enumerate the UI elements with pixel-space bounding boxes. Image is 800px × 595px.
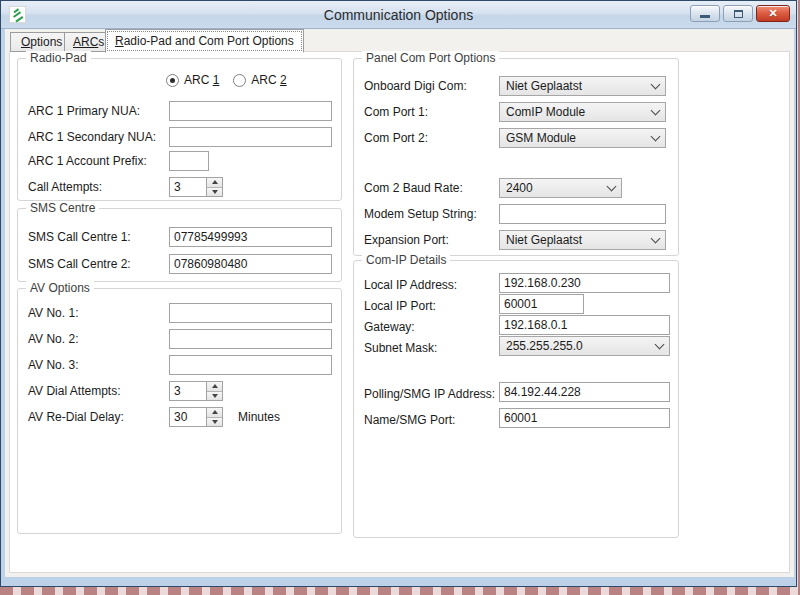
chevron-down-icon xyxy=(651,79,661,89)
arrow-up-icon xyxy=(212,180,218,184)
arc-selector: ARC 1 ARC 2 xyxy=(166,73,287,87)
polling-smg-ip-address-input[interactable] xyxy=(499,382,670,402)
arrow-down-icon xyxy=(212,394,218,398)
arc1-account-prefix-input[interactable] xyxy=(169,151,209,171)
group-av-options: AV Options AV No. 1: AV No. 2: AV No. 3:… xyxy=(17,288,342,534)
maximize-button[interactable] xyxy=(723,5,753,22)
expansion-port-dropdown[interactable]: Niet Geplaatst xyxy=(499,230,666,250)
gateway-input[interactable] xyxy=(499,315,670,335)
expansion-port-label: Expansion Port: xyxy=(364,232,449,248)
arc1-secondary-nua-input[interactable] xyxy=(169,127,332,147)
spin-down-button[interactable] xyxy=(207,187,222,197)
local-ip-address-label: Local IP Address: xyxy=(364,277,457,293)
arrow-up-icon xyxy=(212,410,218,414)
spin-up-button[interactable] xyxy=(207,408,222,417)
close-icon: ✕ xyxy=(768,8,777,19)
call-attempts-stepper xyxy=(169,177,223,197)
av-no-1-input[interactable] xyxy=(169,303,332,323)
spin-up-button[interactable] xyxy=(207,178,222,187)
minimize-button[interactable] xyxy=(690,5,720,22)
group-sms-centre: SMS Centre SMS Call Centre 1: SMS Call C… xyxy=(17,208,342,282)
group-title: AV Options xyxy=(26,281,94,295)
call-attempts-label: Call Attempts: xyxy=(28,179,102,195)
chevron-down-icon xyxy=(655,339,665,349)
arc1-account-prefix-label: ARC 1 Account Prefix: xyxy=(28,153,147,169)
radio-button-icon xyxy=(233,74,246,87)
local-ip-port-input[interactable] xyxy=(499,294,584,314)
arc1-primary-nua-label: ARC 1 Primary NUA: xyxy=(28,103,140,119)
window-title: Communication Options xyxy=(1,7,796,23)
polling-smg-ip-address-label: Polling/SMG IP Address: xyxy=(364,386,495,402)
group-panel-com-port-options: Panel Com Port Options Onboard Digi Com:… xyxy=(353,58,679,256)
sms-call-centre-2-label: SMS Call Centre 2: xyxy=(28,256,131,272)
arc1-secondary-nua-label: ARC 1 Secondary NUA: xyxy=(28,129,156,145)
radio-arc-2[interactable]: ARC 2 xyxy=(233,73,286,87)
name-smg-port-label: Name/SMG Port: xyxy=(364,412,455,428)
com-port-2-dropdown[interactable]: GSM Module xyxy=(499,128,666,148)
radio-arc-1[interactable]: ARC 1 xyxy=(166,73,219,87)
av-redial-delay-stepper xyxy=(169,407,223,427)
av-redial-delay-label: AV Re-Dial Delay: xyxy=(28,409,124,425)
window-controls: ✕ xyxy=(690,5,790,22)
av-no-1-label: AV No. 1: xyxy=(28,305,78,321)
com-port-2-label: Com Port 2: xyxy=(364,130,428,146)
onboard-digi-com-label: Onboard Digi Com: xyxy=(364,78,467,94)
group-title: Panel Com Port Options xyxy=(362,51,499,65)
local-ip-port-label: Local IP Port: xyxy=(364,298,436,314)
chevron-down-icon xyxy=(607,181,617,191)
av-no-2-input[interactable] xyxy=(169,329,332,349)
titlebar[interactable]: Communication Options ✕ xyxy=(1,1,796,29)
subnet-mask-dropdown[interactable]: 255.255.255.0 xyxy=(499,336,670,356)
group-title: SMS Centre xyxy=(26,201,99,215)
arc1-primary-nua-input[interactable] xyxy=(169,101,332,121)
group-com-ip-details: Com-IP Details Local IP Address: Local I… xyxy=(353,260,679,538)
group-radio-pad: Radio-Pad ARC 1 ARC 2 ARC 1 Primary NUA:… xyxy=(17,58,342,201)
radio-button-icon xyxy=(166,74,179,87)
subnet-mask-label: Subnet Mask: xyxy=(364,340,437,356)
close-button[interactable]: ✕ xyxy=(756,5,790,22)
gateway-label: Gateway: xyxy=(364,319,415,335)
chevron-down-icon xyxy=(651,233,661,243)
spin-down-button[interactable] xyxy=(207,417,222,427)
communication-options-window: Communication Options ✕ Options ARCs Rad… xyxy=(0,0,797,587)
av-no-2-label: AV No. 2: xyxy=(28,331,78,347)
av-dial-attempts-stepper xyxy=(169,381,223,401)
spin-up-button[interactable] xyxy=(207,382,222,391)
modem-setup-string-input[interactable] xyxy=(499,204,666,224)
group-title: Radio-Pad xyxy=(26,51,91,65)
com-2-baud-rate-dropdown[interactable]: 2400 xyxy=(499,178,622,198)
minimize-icon xyxy=(700,15,710,18)
sms-call-centre-1-input[interactable] xyxy=(169,227,332,247)
onboard-digi-com-dropdown[interactable]: Niet Geplaatst xyxy=(499,76,666,96)
com-port-1-dropdown[interactable]: ComIP Module xyxy=(499,102,666,122)
av-no-3-label: AV No. 3: xyxy=(28,357,78,373)
av-dial-attempts-input[interactable] xyxy=(169,381,206,401)
name-smg-port-input[interactable] xyxy=(499,408,670,428)
sms-call-centre-2-input[interactable] xyxy=(169,254,332,274)
av-no-3-input[interactable] xyxy=(169,355,332,375)
chevron-down-icon xyxy=(651,131,661,141)
call-attempts-input[interactable] xyxy=(169,177,206,197)
arrow-down-icon xyxy=(212,420,218,424)
arrow-down-icon xyxy=(212,190,218,194)
maximize-icon xyxy=(734,10,743,18)
modem-setup-string-label: Modem Setup String: xyxy=(364,206,477,222)
group-title: Com-IP Details xyxy=(362,253,450,267)
chevron-down-icon xyxy=(651,105,661,115)
arrow-up-icon xyxy=(212,384,218,388)
av-redial-delay-input[interactable] xyxy=(169,407,206,427)
minutes-label: Minutes xyxy=(238,409,280,425)
com-2-baud-rate-label: Com 2 Baud Rate: xyxy=(364,180,463,196)
tab-radio-pad-and-com-port-options[interactable]: Radio-Pad and Com Port Options xyxy=(105,29,304,53)
com-port-1-label: Com Port 1: xyxy=(364,104,428,120)
av-dial-attempts-label: AV Dial Attempts: xyxy=(28,383,120,399)
sms-call-centre-1-label: SMS Call Centre 1: xyxy=(28,229,131,245)
spin-down-button[interactable] xyxy=(207,391,222,401)
local-ip-address-input[interactable] xyxy=(499,273,670,293)
